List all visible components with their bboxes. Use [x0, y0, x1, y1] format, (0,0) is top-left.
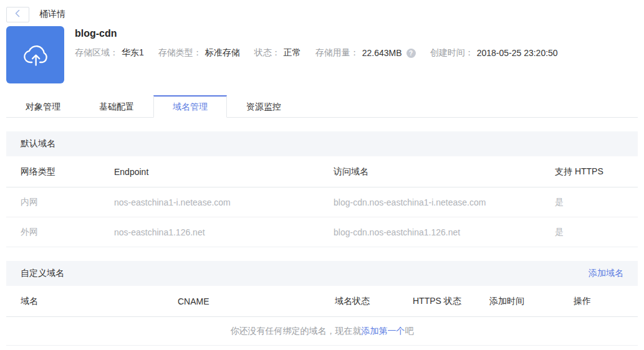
cell-access-domain: blog-cdn.nos-eastchina1-i.netease.com	[334, 197, 555, 207]
tab-object-management[interactable]: 对象管理	[6, 95, 80, 118]
tab-resource-monitor[interactable]: 资源监控	[227, 95, 300, 118]
bucket-icon	[6, 26, 64, 83]
section-custom-domains: 自定义域名 添加域名	[6, 261, 638, 286]
cell-network-type: 外网	[21, 227, 114, 238]
col-https-status: HTTPS 状态	[413, 296, 489, 307]
page-title: 桶详情	[39, 9, 65, 20]
empty-text-suffix: 吧	[405, 326, 414, 337]
cloud-upload-icon	[17, 35, 54, 75]
info-label: 状态：	[254, 47, 281, 59]
col-domain: 域名	[21, 296, 178, 307]
top-bar: 桶详情	[6, 0, 638, 22]
cell-https-support: 是	[555, 197, 638, 208]
col-network-type: 网络类型	[21, 166, 114, 177]
chevron-left-icon	[14, 9, 21, 19]
info-value: 正常	[284, 47, 301, 59]
bucket-header: blog-cdn 存储区域： 华东1 存储类型： 标准存储 状态： 正常 存储用…	[6, 26, 638, 83]
col-https-support: 支持 HTTPS	[555, 166, 638, 177]
section-title: 默认域名	[21, 138, 55, 149]
back-button[interactable]	[6, 7, 29, 22]
info-value: 华东1	[122, 47, 144, 59]
info-value: 2018-05-25 23:20:50	[477, 48, 558, 58]
section-default-domains: 默认域名	[6, 131, 638, 156]
tab-domain-management[interactable]: 域名管理	[153, 95, 227, 118]
tab-basic-config[interactable]: 基础配置	[80, 95, 153, 118]
bucket-info-row: 存储区域： 华东1 存储类型： 标准存储 状态： 正常 存储用量： 22.643…	[75, 47, 572, 59]
col-actions: 操作	[574, 296, 638, 307]
help-icon[interactable]: ?	[406, 49, 416, 58]
col-endpoint: Endpoint	[114, 167, 334, 177]
cell-network-type: 内网	[21, 197, 114, 208]
info-created-time: 创建时间： 2018-05-25 23:20:50	[430, 47, 558, 59]
info-label: 存储类型：	[158, 47, 202, 59]
add-first-domain-link[interactable]: 添加第一个	[362, 326, 405, 337]
bucket-name: blog-cdn	[75, 28, 572, 39]
table-row: 外网 nos-eastchina1.126.net blog-cdn.nos-e…	[6, 217, 638, 247]
cell-access-domain: blog-cdn.nos-eastchina1.126.net	[334, 227, 555, 237]
default-domains-table-header: 网络类型 Endpoint 访问域名 支持 HTTPS	[6, 156, 638, 187]
info-value: 22.643MB	[362, 48, 402, 58]
cell-endpoint: nos-eastchina1.126.net	[114, 227, 334, 237]
add-domain-link[interactable]: 添加域名	[589, 268, 623, 279]
info-storage-type: 存储类型： 标准存储	[158, 47, 240, 59]
info-label: 存储区域：	[75, 47, 118, 59]
info-label: 创建时间：	[430, 47, 474, 59]
custom-domains-empty-state: 你还没有任何绑定的域名，现在就添加第一个吧	[6, 317, 638, 346]
tab-bar: 对象管理 基础配置 域名管理 资源监控	[6, 95, 638, 118]
info-storage-region: 存储区域： 华东1	[75, 47, 144, 59]
col-cname: CNAME	[178, 296, 335, 306]
col-add-time: 添加时间	[489, 296, 574, 307]
section-title: 自定义域名	[21, 268, 64, 279]
info-value: 标准存储	[205, 47, 240, 59]
col-domain-status: 域名状态	[335, 296, 413, 307]
bucket-meta: blog-cdn 存储区域： 华东1 存储类型： 标准存储 状态： 正常 存储用…	[75, 26, 572, 83]
cell-https-support: 是	[555, 227, 638, 238]
table-row: 内网 nos-eastchina1-i.netease.com blog-cdn…	[6, 187, 638, 217]
info-status: 状态： 正常	[254, 47, 301, 59]
tab-bar-filler	[300, 95, 638, 118]
info-storage-usage: 存储用量： 22.643MB ?	[315, 47, 416, 59]
info-label: 存储用量：	[315, 47, 359, 59]
col-access-domain: 访问域名	[334, 166, 555, 177]
empty-text-prefix: 你还没有任何绑定的域名，现在就	[231, 326, 362, 337]
bucket-detail-page: 桶详情 blog-cdn 存储区域： 华东1 存储类型： 标	[0, 0, 644, 350]
custom-domains-table-header: 域名 CNAME 域名状态 HTTPS 状态 添加时间 操作	[6, 286, 638, 317]
cell-endpoint: nos-eastchina1-i.netease.com	[114, 197, 334, 207]
